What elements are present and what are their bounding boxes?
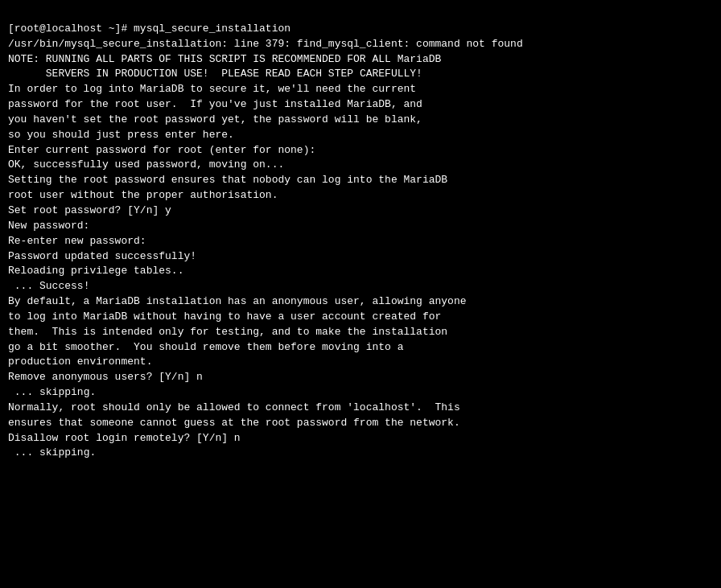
normally1: Normally, root should only be allowed to…: [8, 401, 713, 416]
anon5: production environment.: [8, 355, 713, 370]
terminal-output: [root@localhost ~]# mysql_secure_install…: [8, 6, 713, 588]
anon4: go a bit smoother. You should remove the…: [8, 340, 713, 356]
info4: so you should just press enter here.: [8, 128, 713, 143]
info3: you haven't set the root password yet, t…: [8, 113, 713, 128]
set-root: Set root password? [Y/n] y: [8, 204, 713, 219]
ok-line: OK, successfully used password, moving o…: [8, 158, 713, 173]
success: ... Success!: [8, 279, 713, 294]
enter-pwd: Enter current password for root (enter f…: [8, 143, 713, 158]
setting1: Setting the root password ensures that n…: [8, 173, 713, 188]
pwd-updated: Password updated successfully!: [8, 249, 713, 265]
reloading: Reloading privilege tables..: [8, 264, 713, 279]
anon1: By default, a MariaDB installation has a…: [8, 294, 713, 310]
note-line2: SERVERS IN PRODUCTION USE! PLEASE READ E…: [8, 67, 713, 82]
anon3: them. This is intended only for testing,…: [8, 325, 713, 340]
normally2: ensures that someone cannot guess at the…: [8, 416, 713, 431]
prompt-line: [root@localhost ~]# mysql_secure_install…: [8, 22, 713, 37]
reenter-pwd: Re-enter new password:: [8, 234, 713, 249]
skip2: ... skipping.: [8, 446, 713, 461]
info1: In order to log into MariaDB to secure i…: [8, 82, 713, 97]
remove-anon: Remove anonymous users? [Y/n] n: [8, 370, 713, 385]
note-line1: NOTE: RUNNING ALL PARTS OF THIS SCRIPT I…: [8, 52, 713, 68]
setting2: root user without the proper authorisati…: [8, 188, 713, 204]
new-pwd: New password:: [8, 219, 713, 234]
disallow: Disallow root login remotely? [Y/n] n: [8, 431, 713, 446]
info2: password for the root user. If you've ju…: [8, 97, 713, 113]
skip1: ... skipping.: [8, 385, 713, 401]
error-line: /usr/bin/mysql_secure_installation: line…: [8, 37, 713, 52]
anon2: to log into MariaDB without having to ha…: [8, 310, 713, 325]
